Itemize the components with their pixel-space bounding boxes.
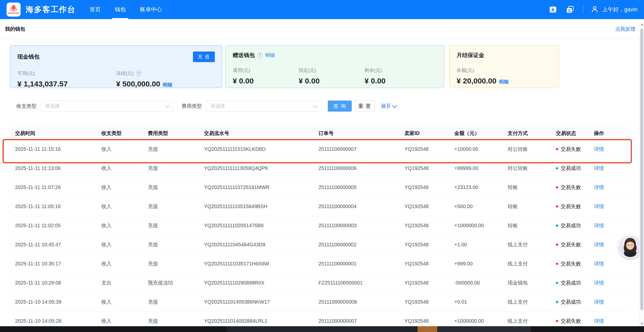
cash-wallet-title: 现金钱包 [17, 53, 39, 61]
status-text: 交易失败 [561, 203, 581, 210]
cell-pay: 转账 [503, 184, 551, 191]
frozen-detail-link[interactable]: 明细 [163, 82, 172, 88]
cell-txn: YQ20251111110515849BSH [199, 204, 313, 209]
cell-action: 详情 [589, 203, 631, 210]
status-text: 交易失败 [561, 146, 581, 153]
column-header: 交易时间 [10, 130, 96, 137]
cell-status: 交易失败 [551, 318, 589, 324]
nav-item-1[interactable]: 钱包 [115, 0, 126, 19]
frozen-field: 冻结(元) ¥ 500,000.00 明细 [116, 70, 215, 88]
cell-seller: YQ192548 [399, 299, 449, 305]
gift-assigned-value: ¥ 0.00 [299, 77, 365, 85]
cell-inout: 收入 [96, 146, 143, 153]
assistant-avatar[interactable] [618, 235, 642, 258]
detail-action-link[interactable]: 详情 [594, 223, 604, 228]
detail-action-link[interactable]: 详情 [594, 261, 604, 266]
cell-order: 25111000000007 [313, 318, 399, 324]
detail-action-link[interactable]: 详情 [594, 299, 604, 305]
cell-pay: 对公转账 [503, 165, 551, 172]
cell-status: 交易成功 [551, 299, 589, 305]
search-button[interactable]: 查 询 [328, 101, 352, 112]
cell-txn: YQ20251111102051476B8 [199, 223, 313, 228]
gift-detail-link[interactable]: 明细 [265, 52, 275, 59]
cell-amount: +10000.00 [449, 146, 503, 152]
detail-action-link[interactable]: 详情 [594, 280, 604, 286]
status-text: 交易失败 [561, 318, 581, 324]
status-dot-icon [556, 263, 558, 265]
deposit-detail-link[interactable]: 明细 [499, 79, 508, 85]
fee-type-select[interactable]: 请选择 [206, 101, 321, 112]
status-dot-icon [556, 301, 558, 303]
detail-action-link[interactable]: 详情 [594, 318, 604, 324]
nav-item-2[interactable]: 账单中心 [140, 0, 162, 19]
frozen-help-icon[interactable] [136, 71, 141, 76]
cell-amount: +1000000.00 [449, 223, 503, 228]
app-title: 海多客工作台 [26, 4, 75, 15]
cell-order: 25111100000003 [313, 223, 399, 228]
cell-time: 2025-11-11 10:35:17 [10, 261, 96, 267]
transactions-table: 交易时间收支类型费用类型交易流水号订单号卖家ID金额（元）支付方式交易状态操作 … [10, 127, 631, 331]
filter-bar: 收支类型 请选择 费用类型 请选择 查 询 重 置 展开 [16, 101, 396, 112]
cell-inout: 收入 [96, 260, 143, 267]
cell-action: 详情 [589, 222, 631, 229]
detail-action-link[interactable]: 详情 [594, 242, 604, 247]
cell-fee: 预充值冻结 [143, 279, 199, 286]
vertical-scrollbar[interactable] [639, 22, 644, 326]
gift-general-field: 通用(元) ¥ 0.00 [233, 67, 299, 85]
recharge-button[interactable]: 充 值 [193, 52, 215, 62]
chevron-down-icon [392, 103, 397, 108]
cell-pay: 对公转账 [503, 146, 551, 153]
detail-action-link[interactable]: 详情 [594, 184, 604, 190]
feedback-link[interactable]: 点我反馈 [615, 26, 635, 32]
cell-time: 2025-11-11 11:13:06 [10, 165, 96, 171]
scroll-up-icon[interactable] [641, 24, 643, 25]
gift-general-value: ¥ 0.00 [233, 77, 299, 85]
cell-time: 2025-11-11 10:29:08 [10, 280, 96, 286]
cell-fee: 充值 [143, 299, 199, 305]
status-dot-icon [556, 320, 558, 322]
chevron-down-icon [313, 103, 317, 108]
status-text: 交易失败 [561, 241, 581, 248]
scrollbar-thumb[interactable] [640, 29, 643, 310]
download-icon[interactable] [548, 5, 557, 14]
available-field: 可用(元) ¥ 1,143,037.57 [17, 70, 116, 88]
taskbar-segment [418, 326, 437, 332]
avatar-girl-icon [619, 235, 641, 258]
translate-icon[interactable]: 文 [566, 5, 575, 14]
status-text: 交易失败 [561, 184, 581, 191]
available-value: ¥ 1,143,037.57 [17, 80, 116, 88]
detail-action-link[interactable]: 详情 [594, 204, 604, 209]
detail-action-link[interactable]: 详情 [594, 146, 604, 152]
cell-status: 交易失败 [551, 203, 589, 210]
cell-time: 2025-11-11 11:15:16 [10, 146, 96, 152]
main-nav: 首页钱包账单中心 [90, 0, 176, 19]
income-type-select[interactable]: 请选择 [41, 101, 173, 112]
column-header: 交易状态 [551, 130, 589, 137]
detail-action-link[interactable]: 详情 [594, 165, 604, 171]
reset-button[interactable]: 重 置 [355, 101, 375, 112]
gift-assigned-field: 指定(元) ¥ 0.00 [299, 67, 365, 85]
table-row: 2025-11-11 10:45:47收入充值YQ20251111045464G… [10, 235, 631, 254]
deposit-balance-value: ¥ 20,000.00 [457, 77, 496, 85]
cell-fee: 充值 [143, 146, 199, 153]
table-row: 2025-11-11 11:07:26收入充值YQ202511111107251… [10, 178, 631, 197]
user-greeting[interactable]: 上午好，gavin [602, 6, 637, 13]
scroll-down-icon[interactable] [641, 323, 643, 325]
cell-seller: YQ192548 [399, 184, 449, 190]
expand-link[interactable]: 展开 [381, 103, 396, 110]
fee-type-label: 费用类型 [182, 103, 202, 110]
nav-item-0[interactable]: 首页 [90, 0, 101, 19]
cell-time: 2025-11-11 11:02:05 [10, 223, 96, 228]
gift-help-icon[interactable] [257, 53, 263, 58]
frozen-value: ¥ 500,000.00 [116, 80, 160, 88]
gift-remaining-field: 剩余(元) ¥ 0.00 [365, 67, 430, 85]
status-text: 交易成功 [561, 299, 581, 305]
income-type-placeholder: 请选择 [45, 103, 60, 109]
seadocker-logo[interactable]: SeaDocker [7, 3, 21, 17]
user-icon [591, 5, 598, 14]
cell-seller: YQ192548 [399, 242, 449, 248]
fee-type-placeholder: 请选择 [211, 103, 225, 109]
cell-pay: 转账 [503, 203, 551, 210]
column-header: 金额（元） [449, 130, 503, 137]
cash-wallet-card: 现金钱包 充 值 可用(元) ¥ 1,143,037.57 冻结(元) ¥ 50… [10, 45, 222, 88]
